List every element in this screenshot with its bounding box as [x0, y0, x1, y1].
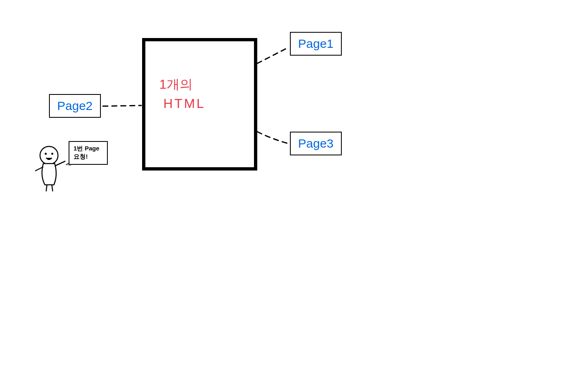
svg-line-4	[55, 161, 65, 166]
svg-point-1	[45, 153, 47, 155]
center-text-line2: HTML	[163, 96, 205, 111]
connector-to-page2	[94, 105, 141, 106]
center-text-line1: 1개의	[159, 76, 193, 94]
svg-point-2	[51, 153, 53, 155]
connector-to-page3	[257, 132, 290, 144]
svg-line-5	[46, 185, 47, 191]
connector-to-page1	[257, 47, 289, 63]
svg-point-0	[40, 146, 58, 164]
label-page3: Page3	[290, 132, 342, 155]
label-page1: Page1	[290, 32, 342, 56]
svg-line-6	[52, 185, 53, 191]
speech-line1: 1번 Page	[74, 144, 105, 153]
speech-line2: 요청!	[74, 153, 105, 161]
diagram-canvas: 1개의 HTML Page1 Page2 Page3 1번 Page 요청!	[0, 0, 588, 368]
label-page2: Page2	[49, 94, 101, 118]
speech-bubble: 1번 Page 요청!	[69, 141, 108, 165]
